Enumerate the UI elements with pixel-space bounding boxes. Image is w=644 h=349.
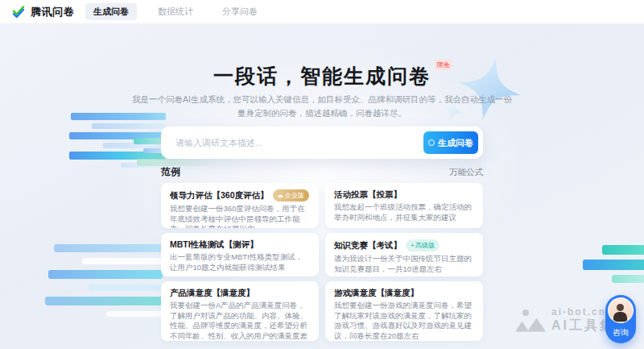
app-title: 腾讯问卷 — [31, 5, 74, 19]
hero-description-line1: 我是一个问卷AI生成系统，您可以输入关键信息，如目标受众、品牌和调研目的等，我会… — [0, 93, 644, 106]
example-card-title-row: 游戏满意度【满意度】 — [334, 288, 474, 298]
example-card-title: 活动投票【投票】 — [334, 189, 402, 200]
example-card-title-row: MBTI性格测试【测评】 — [170, 239, 310, 250]
example-card-quiz[interactable]: 知识竞赛【考试】 + 高级版 请为我设计一份关于中国传统节日主题的知识竞赛题目，… — [325, 233, 483, 276]
example-card-mbti[interactable]: MBTI性格测试【测评】 出一套简版的专业MBTI性格类型测试，让用户10题之内… — [161, 233, 319, 276]
example-card-leadership[interactable]: 领导力评估【360度评估】 企业版 我想要创建一份360度评估问卷，用于在年底绩… — [161, 183, 319, 228]
example-card-product-satisfaction[interactable]: 产品满意度【满意度】 我要创建一份A产品的产品满意度问卷，了解用户对该产品的功能… — [161, 281, 319, 341]
examples-header: 范例 万能公式 — [161, 165, 483, 179]
deco-bar — [602, 245, 644, 255]
aibot-logo-peak-big — [527, 318, 546, 332]
deco-teal-blocks — [581, 240, 644, 283]
examples-heading: 范例 — [161, 165, 180, 179]
example-card-description: 我想发起一个班级活动投票，确定活动的举办时间和地点，并征集大家的建议 — [334, 202, 474, 222]
tab-statistics[interactable]: 数据统计 — [150, 3, 201, 20]
example-card-title-row: 活动投票【投票】 — [334, 189, 474, 200]
top-nav: 腾讯问卷 生成问卷 数据统计 分享问卷 — [0, 0, 644, 24]
page-title: 一段话，智能生成问卷 限免 — [213, 63, 431, 89]
aibot-logo-dot — [522, 310, 529, 316]
survey-description-input[interactable] — [175, 138, 423, 147]
aibot-logo-peak-small — [515, 322, 529, 332]
tab-generate[interactable]: 生成问卷 — [85, 3, 137, 20]
example-card-description: 我想要创建一份360度评估问卷，用于在年底绩效考核中评估中层领导的工作能力，问卷… — [170, 204, 310, 228]
hero-description-line2: 量身定制的问卷，描述越精确，问卷越详尽。 — [0, 106, 644, 120]
enterprise-badge: 企业版 — [273, 189, 309, 202]
crown-icon — [278, 193, 283, 198]
logo-checkmark-icon — [11, 5, 26, 19]
nav-tabs: 生成问卷 数据统计 分享问卷 — [85, 3, 266, 20]
example-card-vote[interactable]: 活动投票【投票】 我想发起一个班级活动投票，确定活动的举办时间和地点，并征集大家… — [325, 183, 483, 228]
example-card-game-satisfaction[interactable]: 游戏满意度【满意度】 我想要创建一份游戏的满意度问卷，希望了解玩家对该游戏的满意… — [325, 281, 483, 341]
advanced-badge-label: 高级版 — [415, 241, 435, 250]
survey-input-card: 生成问卷 — [161, 127, 483, 159]
free-badge: 限免 — [435, 60, 452, 70]
example-card-title-row: 产品满意度【满意度】 — [170, 288, 310, 298]
example-card-title: 产品满意度【满意度】 — [170, 288, 254, 298]
deco-bar — [612, 275, 644, 283]
example-card-description: 请为我设计一份关于中国传统节日主题的知识竞赛题目，一共10道题左右 — [334, 254, 474, 274]
example-card-title-row: 知识竞赛【考试】 + 高级版 — [334, 239, 474, 251]
generate-button-label: 生成问卷 — [438, 137, 473, 149]
aibot-logo-icon — [515, 310, 546, 332]
hero-description: 我是一个问卷AI生成系统，您可以输入关键信息，如目标受众、品牌和调研目的等，我会… — [0, 93, 644, 120]
consult-avatar — [608, 297, 634, 323]
deco-bar — [106, 311, 163, 317]
app-logo[interactable]: 腾讯问卷 — [11, 5, 74, 19]
enterprise-badge-label: 企业版 — [285, 191, 304, 200]
example-card-title-row: 领导力评估【360度评估】 企业版 — [170, 189, 310, 202]
watermark: ai-bot.cn AI工具集 — [515, 306, 615, 334]
generate-icon — [428, 139, 435, 146]
example-card-title: 知识竞赛【考试】 — [334, 240, 402, 251]
example-card-title: MBTI性格测试【测评】 — [170, 239, 258, 250]
examples-grid: 领导力评估【360度评估】 企业版 我想要创建一份360度评估问卷，用于在年底绩… — [161, 183, 483, 341]
consult-widget[interactable]: 咨询 — [605, 295, 636, 343]
example-card-title: 游戏满意度【满意度】 — [334, 288, 419, 298]
deco-bar — [583, 260, 644, 270]
tab-share[interactable]: 分享问卷 — [214, 3, 266, 20]
hero: 一段话，智能生成问卷 限免 — [0, 63, 644, 89]
example-card-description: 出一套简版的专业MBTI性格类型测试，让用户10题之内就能获得测试结果 — [170, 252, 310, 272]
generate-survey-button[interactable]: 生成问卷 — [423, 131, 478, 154]
plus-icon: + — [411, 242, 415, 249]
advanced-badge: + 高级版 — [406, 239, 440, 251]
example-card-description: 我想要创建一份游戏的满意度问卷，希望了解玩家对该游戏的满意度，了解玩家的游戏习惯… — [334, 301, 474, 341]
consult-label: 咨询 — [605, 327, 636, 339]
example-card-description: 我要创建一份A产品的产品满意度问卷，了解用户对该产品的功能、内容、体验、性能、品… — [170, 301, 310, 341]
page-title-text: 一段话，智能生成问卷 — [213, 64, 431, 87]
avatar-head — [617, 304, 624, 311]
avatar-body — [613, 312, 627, 322]
example-card-title: 领导力评估【360度评估】 — [170, 190, 269, 201]
universal-formula-link[interactable]: 万能公式 — [449, 167, 483, 178]
